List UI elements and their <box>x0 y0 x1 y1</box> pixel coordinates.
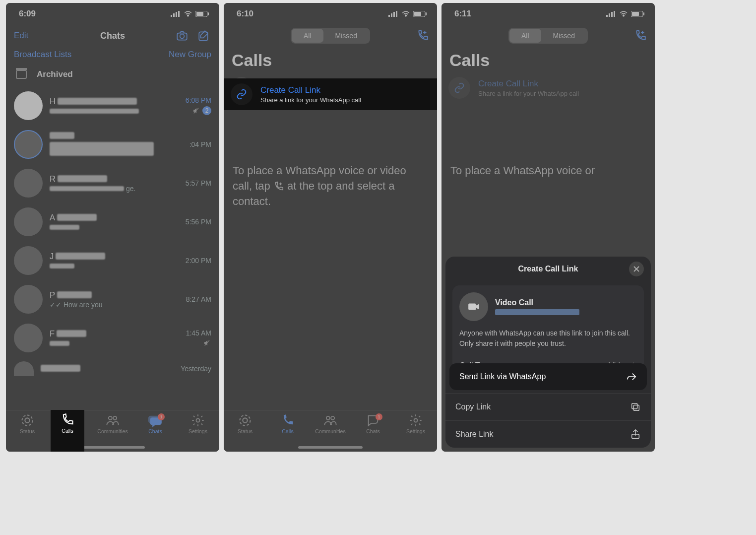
status-icons <box>606 11 645 17</box>
home-indicator[interactable] <box>298 446 363 449</box>
create-call-link-row[interactable]: Create Call Link Share a link for your W… <box>441 72 655 104</box>
page-title: Calls <box>224 47 437 72</box>
svg-point-20 <box>405 15 407 16</box>
new-call-icon[interactable] <box>415 28 430 43</box>
seg-missed[interactable]: Missed <box>323 29 369 43</box>
send-link-row-highlighted[interactable]: Send Link via WhatsApp <box>449 363 647 390</box>
empty-state-text: To place a WhatsApp voice or video call,… <box>224 104 437 209</box>
tab-settings[interactable]: Settings <box>394 413 437 452</box>
chat-row[interactable]: P ✓✓ How are you 8:27 AM <box>6 280 219 319</box>
close-button[interactable] <box>629 262 644 276</box>
camera-icon[interactable] <box>175 28 189 43</box>
seg-all[interactable]: All <box>292 29 323 43</box>
svg-rect-19 <box>396 11 397 17</box>
avatar <box>14 169 43 198</box>
segmented-control[interactable]: All Missed <box>508 28 588 44</box>
status-time: 6:11 <box>454 9 471 19</box>
svg-rect-18 <box>393 12 395 17</box>
status-time: 6:09 <box>19 9 36 19</box>
chat-row[interactable]: Yesterday <box>6 357 219 380</box>
chat-name: J <box>50 252 54 261</box>
svg-point-12 <box>25 418 29 422</box>
svg-rect-2 <box>176 12 177 17</box>
svg-point-9 <box>180 34 185 39</box>
create-link-subtitle: Share a link for your WhatsApp call <box>478 90 579 97</box>
empty-state-text: To place a WhatsApp voice or <box>441 104 655 179</box>
tab-label: Calls <box>282 428 293 434</box>
new-group-button[interactable]: New Group <box>169 50 211 60</box>
home-indicator[interactable] <box>80 446 145 449</box>
edit-button[interactable]: Edit <box>14 31 28 41</box>
svg-point-15 <box>196 419 200 422</box>
tab-label: Settings <box>189 428 207 434</box>
segmented-control[interactable]: All Missed <box>291 28 370 44</box>
svg-rect-38 <box>633 405 639 410</box>
svg-rect-31 <box>611 12 613 17</box>
avatar <box>14 285 43 314</box>
tab-settings[interactable]: Settings <box>177 413 219 452</box>
seg-all[interactable]: All <box>509 29 541 43</box>
chat-row[interactable]: R ge. 5:57 PM <box>6 164 219 202</box>
create-call-link-highlighted[interactable]: Create Call Link Share a link for your W… <box>224 78 437 110</box>
communities-icon <box>323 413 337 427</box>
new-call-icon[interactable] <box>633 28 648 43</box>
broadcast-lists-button[interactable]: Broadcast Lists <box>14 50 71 60</box>
tab-status[interactable]: Status <box>6 413 49 452</box>
chat-time: 6:08 PM <box>186 96 211 104</box>
svg-rect-37 <box>468 304 476 310</box>
svg-point-33 <box>623 15 625 16</box>
page-title: Calls <box>441 47 655 72</box>
battery-icon <box>413 11 427 17</box>
tab-label: Communities <box>315 428 345 434</box>
copy-icon <box>630 401 641 412</box>
svg-rect-7 <box>208 12 209 15</box>
tab-calls-highlighted[interactable]: Calls <box>51 410 84 452</box>
svg-rect-29 <box>606 15 608 17</box>
signal-icon <box>606 11 616 17</box>
copy-link-row[interactable]: Copy Link <box>445 393 651 420</box>
chat-row[interactable]: :04 PM <box>6 125 219 164</box>
action-label: Send Link via WhatsApp <box>459 372 546 381</box>
tab-label: Status <box>20 428 35 434</box>
svg-point-14 <box>113 416 117 420</box>
seg-missed[interactable]: Missed <box>541 29 587 43</box>
forward-icon <box>626 371 637 382</box>
avatar <box>14 91 43 120</box>
phone-icon <box>61 413 74 427</box>
chat-row[interactable]: J 2:00 PM <box>6 241 219 280</box>
share-link-row[interactable]: Share Link <box>445 420 651 448</box>
link-icon <box>448 77 470 99</box>
chat-time: 2:00 PM <box>186 257 211 265</box>
tab-label: Chats <box>148 428 162 434</box>
chat-row[interactable]: F 1:45 AM <box>6 319 219 357</box>
avatar <box>14 130 43 159</box>
chat-time: 8:27 AM <box>186 295 211 303</box>
archived-row[interactable]: Archived <box>6 65 219 86</box>
chat-preview: ge. <box>126 185 135 193</box>
chat-name: F <box>50 329 55 338</box>
compose-icon[interactable] <box>196 28 211 43</box>
tab-bar: Status Calls Communities 1 Chats Setting… <box>6 410 219 452</box>
wifi-icon <box>184 11 192 17</box>
chat-name: R <box>50 174 56 184</box>
tab-bar: Status Calls Communities 1 Chats Setting… <box>224 410 437 452</box>
chat-list: H 6:08 PM 2 :04 PM R <box>6 86 219 380</box>
nav-bar: Edit Chats <box>6 25 219 47</box>
call-link-url[interactable] <box>495 309 579 315</box>
chat-row[interactable]: A 5:56 PM <box>6 202 219 241</box>
new-call-inline-icon <box>273 181 284 192</box>
tab-label: Calls <box>62 428 73 434</box>
action-label: Share Link <box>455 430 494 439</box>
avatar <box>14 324 43 352</box>
avatar <box>14 361 34 376</box>
status-time: 6:10 <box>237 9 253 19</box>
badge: 1 <box>376 413 382 420</box>
chat-time: :04 PM <box>189 140 211 148</box>
gear-icon <box>191 413 205 427</box>
tab-status[interactable]: Status <box>224 413 266 452</box>
chat-row[interactable]: H 6:08 PM 2 <box>6 86 219 125</box>
svg-rect-39 <box>632 403 637 409</box>
chat-time: 1:45 AM <box>186 329 211 337</box>
avatar <box>14 246 43 275</box>
archive-icon <box>16 70 27 79</box>
